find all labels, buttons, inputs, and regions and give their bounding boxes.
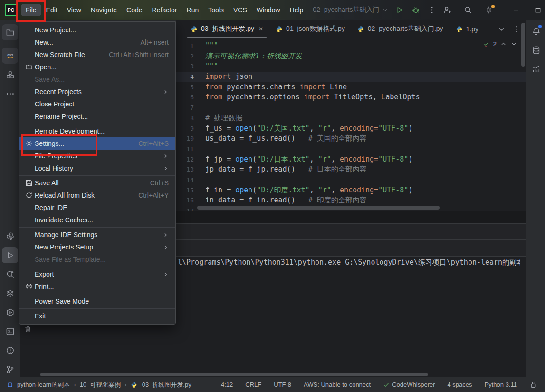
editor-pane[interactable]: 03_折线图开发.py✕01_json数据格式.py02_pyecharts基础… xyxy=(176,20,526,211)
status-file-encoding[interactable]: UTF-8 xyxy=(274,381,291,388)
menu-item-save-all[interactable]: Save AllCtrl+S xyxy=(19,177,175,189)
menubar-item-file[interactable]: File xyxy=(21,4,41,16)
editor-vertical-scrollbar[interactable] xyxy=(521,23,525,67)
status-indent-style[interactable]: 4 spaces xyxy=(448,381,472,388)
status-line-separator[interactable]: CRLF xyxy=(245,381,261,388)
menu-item-new-projects-setup[interactable]: New Projects Setup xyxy=(19,241,175,253)
status-codewhisperer-status[interactable]: CodeWhisperer xyxy=(383,381,435,388)
menu-item-file-properties[interactable]: File Properties xyxy=(19,150,175,162)
menu-item-close-project[interactable]: Close Project xyxy=(19,98,175,110)
services-tool-button[interactable] xyxy=(2,304,18,320)
menu-item-label: Remote Development... xyxy=(35,127,169,135)
menu-item-exit[interactable]: Exit xyxy=(19,310,175,322)
menu-item-open[interactable]: Open... xyxy=(19,61,175,73)
run-config-selector[interactable]: 02_pyecharts基础入门 xyxy=(313,6,389,14)
menu-item-recent-projects[interactable]: Recent Projects xyxy=(19,86,175,98)
project-tool-button[interactable] xyxy=(2,24,18,40)
menu-item-local-history[interactable]: Local History xyxy=(19,162,175,174)
folder-icon xyxy=(23,63,35,71)
python-file-icon xyxy=(191,26,198,33)
submenu-arrow-icon xyxy=(163,232,169,238)
menu-item-export[interactable]: Export xyxy=(19,268,175,280)
menu-item-label: Power Save Mode xyxy=(35,297,169,305)
find-tool-button[interactable] xyxy=(2,266,18,282)
menu-separator xyxy=(19,227,175,228)
clear-console-button[interactable] xyxy=(24,325,32,333)
menu-item-remote-development[interactable]: Remote Development... xyxy=(19,125,175,137)
menubar-item-vcs[interactable]: VCS xyxy=(229,4,252,16)
activity-bar: aws xyxy=(0,20,20,380)
more-tools-button[interactable] xyxy=(2,86,18,102)
menubar-item-tools[interactable]: Tools xyxy=(203,4,229,16)
line-number: 9 xyxy=(176,124,200,134)
python-icon xyxy=(6,232,15,241)
menu-item-label: New Scratch File xyxy=(35,51,97,58)
python-file-icon xyxy=(276,26,283,33)
menubar-item-code[interactable]: Code xyxy=(122,4,147,16)
editor-tab-1[interactable]: 03_折线图开发.py✕ xyxy=(184,20,269,38)
editor-tab-4[interactable]: 1.py xyxy=(449,20,485,38)
status-python-interpreter[interactable]: Python 3.11 xyxy=(485,381,517,388)
hidden-tabs-button[interactable] xyxy=(497,25,506,33)
code-area[interactable]: 2 1"""2演示可视化需求1：折线图开发3"""4import json5fr… xyxy=(176,38,526,211)
code-line-13: 13jp_data = f_jp.read() # 日本的全部内容 xyxy=(176,164,526,175)
menu-item-print[interactable]: Print... xyxy=(19,280,175,293)
breadcrumb-item-1[interactable]: python-learn的副本 xyxy=(17,381,70,389)
breadcrumb-item-2[interactable]: 10_可视化案例 xyxy=(80,381,121,389)
console-horizontal-scrollbar[interactable] xyxy=(40,373,428,376)
menu-item-new-project[interactable]: New Project... xyxy=(19,24,175,36)
status-caret-position[interactable]: 4:12 xyxy=(221,381,233,388)
maximize-button[interactable] xyxy=(527,0,545,20)
database-tool-button[interactable] xyxy=(528,42,544,58)
inspection-widget[interactable]: 2 xyxy=(483,40,517,48)
menu-item-settings[interactable]: Settings...Ctrl+Alt+S xyxy=(19,137,175,150)
editor-tab-2[interactable]: 01_json数据格式.py xyxy=(269,20,351,38)
menubar-item-navigate[interactable]: Navigate xyxy=(86,4,122,16)
editor-horizontal-scrollbar[interactable] xyxy=(197,206,440,210)
menubar-item-edit[interactable]: Edit xyxy=(41,4,62,16)
structure-tool-button[interactable] xyxy=(2,67,18,83)
notification-dot xyxy=(538,25,542,28)
menubar-item-view[interactable]: View xyxy=(62,4,86,16)
editor-tab-3[interactable]: 02_pyecharts基础入门.py xyxy=(351,20,449,38)
menu-item-new[interactable]: New...Alt+Insert xyxy=(19,36,175,48)
minimize-button[interactable] xyxy=(505,0,527,20)
menu-item-label: Print... xyxy=(35,283,169,290)
tab-options-button[interactable] xyxy=(512,25,520,33)
menubar-item-help[interactable]: Help xyxy=(285,4,308,16)
menu-item-power-save-mode[interactable]: Power Save Mode xyxy=(19,295,175,307)
menu-item-reload-all-from-disk[interactable]: Reload All from DiskCtrl+Alt+Y xyxy=(19,189,175,201)
breadcrumb: python-learn的副本›10_可视化案例›03_折线图开发.py xyxy=(0,381,191,389)
chevron-down-icon[interactable] xyxy=(510,40,517,48)
run-tool-button[interactable] xyxy=(2,247,18,263)
menubar-item-refactor[interactable]: Refactor xyxy=(147,4,182,16)
search-everywhere-button[interactable] xyxy=(460,3,476,17)
menu-item-invalidate-caches[interactable]: Invalidate Caches... xyxy=(19,214,175,226)
menu-item-rename-project[interactable]: Rename Project... xyxy=(19,110,175,123)
menu-item-repair-ide[interactable]: Repair IDE xyxy=(19,201,175,214)
problems-tool-button[interactable] xyxy=(2,342,18,358)
run-button[interactable] xyxy=(392,3,407,17)
breadcrumb-item-3[interactable]: 03_折线图开发.py xyxy=(142,381,191,389)
menu-item-manage-ide-settings[interactable]: Manage IDE Settings xyxy=(19,229,175,241)
menubar-item-window[interactable]: Window xyxy=(252,4,285,16)
debug-button[interactable] xyxy=(409,3,423,17)
notifications-button[interactable] xyxy=(528,23,544,39)
status-bar: python-learn的副本›10_可视化案例›03_折线图开发.py 4:1… xyxy=(0,377,545,392)
menubar-item-run[interactable]: Run xyxy=(182,4,204,16)
more-actions-button[interactable] xyxy=(425,3,439,17)
python-console-button[interactable] xyxy=(2,228,18,244)
aws-tool-button[interactable]: aws xyxy=(2,48,18,64)
chevron-up-icon[interactable] xyxy=(500,40,507,48)
python-packages-button[interactable] xyxy=(2,285,18,301)
lock-open-icon[interactable] xyxy=(529,381,537,389)
terminal-tool-button[interactable] xyxy=(2,323,18,339)
status-aws-status[interactable]: AWS: Unable to connect xyxy=(304,381,371,388)
tab-close-icon[interactable]: ✕ xyxy=(258,26,263,32)
tab-label: 03_折线图开发.py xyxy=(201,25,254,33)
settings-button[interactable] xyxy=(481,3,497,17)
endpoints-chart-button[interactable] xyxy=(528,61,544,77)
menu-item-new-scratch-file[interactable]: New Scratch FileCtrl+Alt+Shift+Insert xyxy=(19,48,175,61)
version-control-button[interactable] xyxy=(2,361,18,377)
code-with-me-button[interactable] xyxy=(439,3,455,17)
